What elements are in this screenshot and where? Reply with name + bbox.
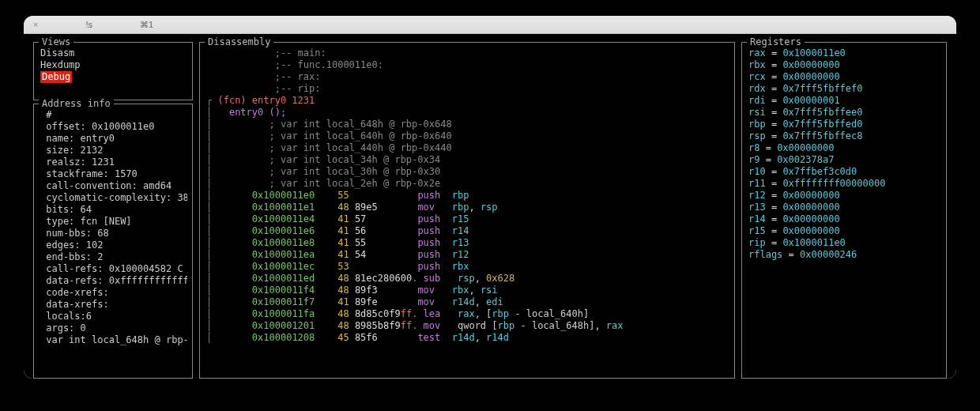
views-item[interactable]: Debug: [40, 71, 72, 83]
disasm-instruction[interactable]: │ 0x1000011e1 48 89e5 mov rbp, rsp: [206, 202, 729, 213]
address-info-line: end-bbs: 2: [40, 251, 187, 263]
register-line: r10 = 0x7ffbef3c0d0: [748, 166, 941, 178]
register-line: rsi = 0x7fff5fbffee0: [748, 107, 941, 119]
disasm-instruction[interactable]: │ 0x1000011e4 41 57 push r15: [206, 213, 729, 225]
disasm-fcn-header: ┌ (fcn) entry0 1231: [206, 95, 729, 107]
tab-bar: × !s ⌘1: [24, 16, 956, 34]
register-line: r12 = 0x00000000: [748, 190, 941, 202]
disasm-instruction[interactable]: │ 0x1000011ec 53 push rbx: [206, 261, 729, 273]
disasm-instruction[interactable]: │ 0x1000011e6 41 56 push r14: [206, 225, 729, 237]
disasm-instruction[interactable]: │ 0x1000011ed 48 81ec280600. sub rsp, 0x…: [206, 273, 729, 285]
address-info-line: name: entry0: [40, 133, 187, 145]
register-line: rsp = 0x7fff5fbffec8: [748, 130, 941, 142]
register-line: rax = 0x1000011e0: [748, 47, 941, 59]
disasm-local-var: │ ; var int local_2eh @ rbp-0x2e: [206, 178, 729, 190]
address-info-line: cyclomatic-complexity: 38: [40, 192, 187, 204]
tab-label[interactable]: !s: [85, 20, 92, 29]
disasm-local-var: │ ; var int local_440h @ rbp-0x440: [206, 142, 729, 154]
disasm-instruction[interactable]: │ 0x1000011ea 41 54 push r12: [206, 249, 729, 261]
address-info-line: var int local_648h @ rbp-0x64: [40, 334, 187, 346]
address-info-line: data-xrefs:: [40, 299, 187, 311]
register-line: r14 = 0x00000000: [748, 213, 941, 225]
register-line: r13 = 0x00000000: [748, 202, 941, 213]
address-info-line: data-refs: 0xffffffffffff9c: [40, 275, 187, 287]
register-line: rip = 0x1000011e0: [748, 237, 941, 249]
register-line: rbx = 0x00000000: [748, 59, 941, 71]
terminal: Views DisasmHexdumpDebug Address info # …: [24, 34, 956, 379]
disasm-comment: ;-- main:: [206, 47, 729, 59]
register-line: rflags = 0x00000246: [748, 249, 941, 261]
disasm-comment: ;-- func.1000011e0:: [206, 59, 729, 71]
register-line: r8 = 0x00000000: [748, 142, 941, 154]
register-line: rdx = 0x7fff5fbffef0: [748, 83, 941, 95]
views-item[interactable]: Disasm: [40, 47, 187, 59]
disasm-fcn-sig: │ entry0 ();: [206, 107, 729, 119]
address-info-line: edges: 102: [40, 239, 187, 251]
address-info-line: type: fcn [NEW]: [40, 216, 187, 228]
window-frame: × !s ⌘1 Views DisasmHexdumpDebug Address…: [24, 16, 956, 379]
address-info-line: offset: 0x1000011e0: [40, 121, 187, 133]
disasm-comment: ;-- rip:: [206, 83, 729, 95]
register-line: rdi = 0x00000001: [748, 95, 941, 107]
disasm-local-var: │ ; var int local_648h @ rbp-0x648: [206, 119, 729, 130]
disassembly-title: Disassembly: [205, 36, 273, 47]
registers-title: Registers: [747, 36, 805, 47]
disasm-instruction[interactable]: │ 0x1000011e0 55 push rbp: [206, 190, 729, 202]
address-info-line: realsz: 1231: [40, 156, 187, 168]
close-icon[interactable]: ×: [33, 20, 38, 29]
disasm-instruction[interactable]: │ 0x100001201 48 8985b8f9ff. mov qword […: [206, 320, 729, 332]
disasm-instruction[interactable]: │ 0x1000011fa 48 8d85c0f9ff. lea rax, [r…: [206, 308, 729, 320]
disasm-instruction[interactable]: │ 0x1000011f7 41 89fe mov r14d, edi: [206, 296, 729, 308]
address-info-title: Address info: [39, 98, 114, 109]
left-column: Views DisasmHexdumpDebug Address info # …: [30, 39, 196, 379]
register-line: rbp = 0x7fff5fbffed0: [748, 119, 941, 130]
disasm-local-var: │ ; var int local_34h @ rbp-0x34: [206, 154, 729, 166]
address-info-line: bits: 64: [40, 204, 187, 216]
address-info-line: call-convention: amd64: [40, 180, 187, 192]
views-item[interactable]: Hexdump: [40, 59, 187, 71]
address-info-line: call-refs: 0x100004582 C 0x1: [40, 263, 187, 275]
disasm-local-var: │ ; var int local_640h @ rbp-0x640: [206, 130, 729, 142]
address-info-panel: Address info # offset: 0x1000011e0 name:…: [33, 104, 193, 379]
disasm-local-var: │ ; var int local_30h @ rbp-0x30: [206, 166, 729, 178]
disasm-comment: ;-- rax:: [206, 71, 729, 83]
disasm-instruction[interactable]: │ 0x1000011e8 41 55 push r13: [206, 237, 729, 249]
address-info-line: stackframe: 1570: [40, 168, 187, 180]
address-info-line: code-xrefs:: [40, 287, 187, 299]
address-info-line: args: 0: [40, 322, 187, 334]
register-line: r15 = 0x00000000: [748, 225, 941, 237]
tab-shortcut: ⌘1: [140, 20, 153, 30]
register-line: r11 = 0xffffffff00000000: [748, 178, 941, 190]
registers-panel: Registers rax = 0x1000011e0rbx = 0x00000…: [741, 42, 947, 379]
views-title: Views: [39, 36, 74, 47]
disassembly-panel[interactable]: Disassembly ;-- main: ;-- func.1000011e0…: [199, 42, 735, 379]
disasm-instruction[interactable]: │ 0x1000011f4 48 89f3 mov rbx, rsi: [206, 285, 729, 296]
address-info-line: size: 2132: [40, 145, 187, 156]
disasm-instruction[interactable]: │ 0x100001208 45 85f6 test r14d, r14d: [206, 332, 729, 344]
address-info-line: locals:6: [40, 311, 187, 322]
views-panel: Views DisasmHexdumpDebug: [33, 42, 193, 100]
register-line: rcx = 0x00000000: [748, 71, 941, 83]
address-info-line: num-bbs: 68: [40, 228, 187, 239]
address-info-line: #: [40, 109, 187, 121]
register-line: r9 = 0x002378a7: [748, 154, 941, 166]
